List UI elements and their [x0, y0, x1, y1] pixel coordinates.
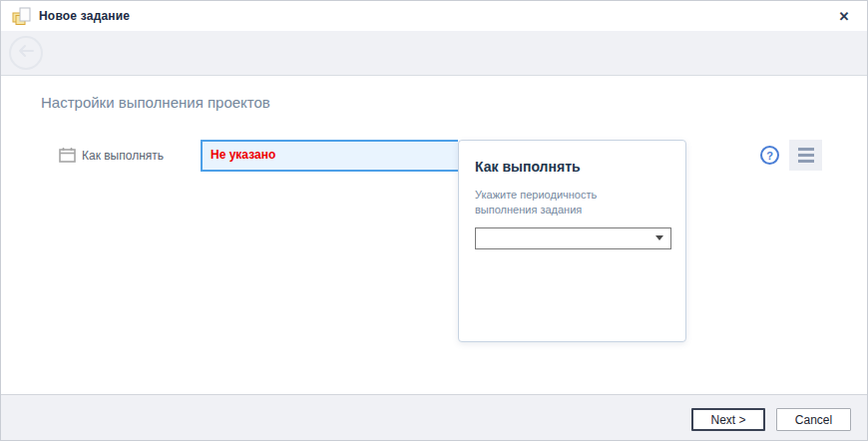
next-button[interactable]: Next >: [691, 408, 765, 431]
periodicity-combobox[interactable]: [475, 227, 671, 249]
caret-down-icon: [655, 235, 663, 240]
left-arrow-icon: [17, 44, 35, 62]
popup-title: Как выполнять: [475, 159, 685, 175]
main-content: Настройки выполнения проектов Как выполн…: [1, 76, 867, 394]
footer-bar: Next > Cancel: [1, 394, 867, 440]
how-to-run-popup: Как выполнять Укажите периодичность выпо…: [458, 140, 686, 342]
toolbar: [1, 31, 867, 76]
title-bar: Новое задание ✕: [1, 1, 867, 31]
back-button[interactable]: [9, 36, 43, 70]
how-to-run-field[interactable]: Не указано: [201, 140, 458, 172]
field-value-not-specified: Не указано: [211, 148, 458, 162]
page-title: Настройки выполнения проектов: [41, 94, 270, 111]
window-title: Новое задание: [39, 9, 130, 23]
how-to-run-label: Как выполнять: [82, 149, 164, 163]
help-icon[interactable]: ?: [760, 146, 779, 165]
documents-stack-icon: [12, 6, 32, 26]
popup-description: Укажите периодичность выполнения задания: [475, 188, 654, 218]
cancel-button[interactable]: Cancel: [776, 408, 851, 431]
new-task-dialog: Новое задание ✕ Настройки выполнения про…: [0, 0, 868, 441]
close-icon[interactable]: ✕: [834, 6, 854, 26]
hamburger-icon[interactable]: [789, 140, 822, 171]
calendar-icon: [59, 147, 77, 164]
